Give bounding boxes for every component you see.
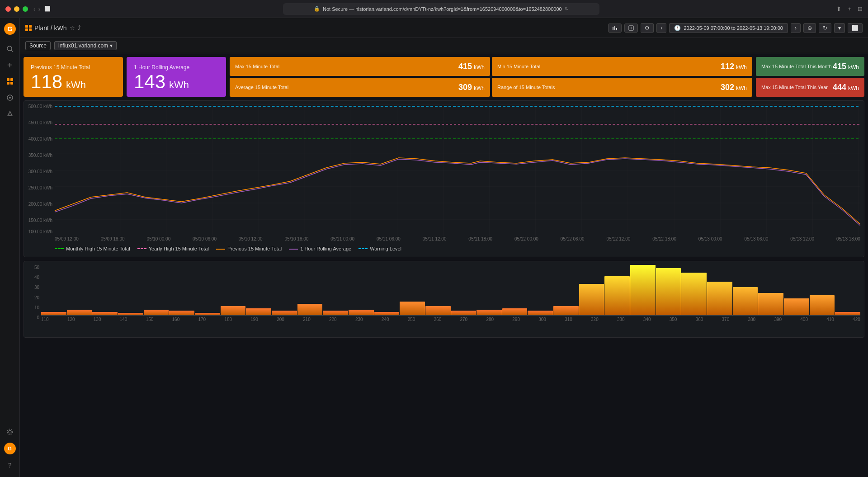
- tv-mode-button[interactable]: ⬜: [848, 23, 863, 33]
- svg-text:300.00 kWh: 300.00 kWh: [28, 169, 52, 174]
- histogram-bar: [246, 308, 271, 315]
- sidebar-item-search[interactable]: [3, 42, 17, 56]
- time-range-text: 2022-05-09 07:00:00 to 2022-05-13 19:00:…: [684, 25, 783, 31]
- svg-rect-20: [616, 28, 617, 30]
- refresh-interval-button[interactable]: ▾: [834, 23, 845, 33]
- breadcrumb-text: Plant / kWh: [34, 24, 67, 32]
- minimize-button[interactable]: [14, 6, 19, 12]
- sidebar-toggle-button[interactable]: ⬜: [44, 5, 51, 13]
- histogram-bar: [144, 310, 169, 315]
- svg-text:350.00 kWh: 350.00 kWh: [28, 153, 52, 158]
- histogram-bar: [656, 268, 681, 315]
- share-dashboard-icon[interactable]: ⤴: [78, 24, 81, 31]
- svg-rect-17: [29, 28, 32, 31]
- svg-text:100.00 kWh: 100.00 kWh: [28, 229, 52, 234]
- sidebar-item-add[interactable]: +: [3, 58, 17, 72]
- avg-15min-card: Average 15 Minute Total 309 kWh: [230, 78, 490, 97]
- histogram-bar: [374, 312, 400, 315]
- source-value: influx01.varland.com: [58, 43, 108, 49]
- histogram-chart: 110 120 130 140 150 160 170 180 190 200 …: [41, 265, 860, 328]
- legend-monthly-high: Monthly High 15 Minute Total: [55, 246, 130, 251]
- max-15min-card: Max 15 Minute Total 415 kWh: [230, 57, 490, 76]
- prev-range-button[interactable]: ‹: [656, 23, 666, 33]
- legend-warning: Warning Level: [359, 246, 401, 251]
- mini-stats-top-row: Max 15 Minute Total 415 kWh Min 15 Minut…: [230, 57, 752, 76]
- histogram-bar: [425, 306, 451, 315]
- sidebar-item-dashboards[interactable]: [3, 74, 17, 89]
- nav-buttons: ‹ ›: [33, 5, 40, 13]
- histogram-bar: [758, 293, 783, 315]
- star-icon[interactable]: ☆: [70, 24, 75, 31]
- histogram-bars: [41, 265, 860, 316]
- histogram-bar: [604, 276, 630, 315]
- grid-icon[interactable]: ⊞: [858, 5, 863, 12]
- source-dropdown[interactable]: influx01.varland.com ▾: [54, 41, 117, 50]
- export-button[interactable]: [624, 24, 638, 33]
- max-15min-unit: kWh: [474, 64, 485, 71]
- svg-rect-18: [613, 27, 613, 30]
- titlebar: ‹ › ⬜ 🔒 Not Secure — historian.varland.c…: [0, 0, 868, 18]
- histogram-area: 50 40 30 20 10 0 110 120 1: [28, 265, 860, 328]
- warning-line-icon: [359, 248, 368, 249]
- rolling-avg-line-icon: [289, 249, 298, 250]
- app: G +: [0, 18, 868, 477]
- svg-rect-7: [10, 82, 13, 85]
- sidebar-item-explore[interactable]: [3, 90, 17, 105]
- maximize-button[interactable]: [23, 6, 28, 12]
- svg-text:450.00 kWh: 450.00 kWh: [28, 120, 52, 125]
- mini-stats-bottom-row: Average 15 Minute Total 309 kWh Range of…: [230, 78, 752, 97]
- settings-button[interactable]: ⚙: [641, 23, 654, 33]
- close-button[interactable]: [5, 6, 11, 12]
- grafana-logo[interactable]: G: [3, 22, 17, 36]
- svg-text:500.00 kWh: 500.00 kWh: [28, 104, 52, 109]
- legend-yearly-high: Yearly High 15 Minute Total: [137, 246, 209, 251]
- x-label-8: 05/11 12:00: [423, 236, 447, 241]
- histogram-bar: [195, 313, 220, 315]
- next-range-button[interactable]: ›: [791, 23, 801, 33]
- user-avatar[interactable]: G: [4, 443, 16, 454]
- x-label-16: 05/13 12:00: [790, 236, 814, 241]
- svg-rect-16: [25, 28, 28, 31]
- x-label-6: 05/11 00:00: [330, 236, 354, 241]
- sidebar-item-settings[interactable]: [3, 425, 17, 439]
- histogram-bar: [476, 310, 502, 315]
- histogram-bar: [272, 311, 297, 315]
- svg-rect-14: [25, 25, 28, 28]
- x-label-4: 05/10 12:00: [239, 236, 263, 241]
- avg-15min-unit: kWh: [474, 85, 485, 91]
- zoom-out-button[interactable]: ⊖: [803, 23, 816, 33]
- url-bar[interactable]: 🔒 Not Secure — historian.varland.com/d/m…: [283, 3, 599, 15]
- forward-button[interactable]: ›: [38, 5, 41, 13]
- range-15min-card: Range of 15 Minute Totals 302 kWh: [492, 78, 752, 97]
- main-content: Plant / kWh ☆ ⤴ ⚙: [20, 18, 868, 477]
- max-this-month-label: Max 15 Minute Total This Month: [761, 64, 832, 69]
- svg-point-11: [9, 115, 10, 116]
- svg-point-9: [9, 97, 11, 99]
- x-label-2: 05/10 00:00: [146, 236, 170, 241]
- x-label-0: 05/09 12:00: [55, 236, 79, 241]
- max-15min-value: 415: [458, 62, 472, 71]
- svg-rect-6: [7, 82, 9, 85]
- sidebar-item-alerts[interactable]: [3, 107, 17, 121]
- legend-rolling-avg-label: 1 Hour Rolling Average: [300, 246, 351, 251]
- add-tab-icon[interactable]: +: [848, 5, 851, 12]
- sidebar-help[interactable]: ?: [3, 458, 17, 472]
- min-15min-card: Min 15 Minute Total 112 kWh: [492, 57, 752, 76]
- source-bar: Source influx01.varland.com ▾: [20, 38, 868, 53]
- chevron-down-icon: ▾: [110, 43, 113, 49]
- histogram-bar: [810, 295, 835, 315]
- refresh-button[interactable]: ↻: [819, 23, 831, 33]
- legend-prev-15min-label: Previous 15 Minute Total: [227, 246, 282, 251]
- histogram-bar: [400, 302, 425, 315]
- export-icon: [628, 25, 634, 31]
- x-label-14: 05/13 00:00: [698, 236, 722, 241]
- rolling-avg-card: 1 Hour Rolling Average 143 kWh: [127, 57, 226, 97]
- add-panel-button[interactable]: [608, 24, 622, 33]
- share-icon[interactable]: ⬆: [836, 5, 841, 12]
- breadcrumb: Plant / kWh ☆ ⤴: [25, 24, 81, 32]
- back-button[interactable]: ‹: [33, 5, 36, 13]
- max-this-month-unit: kWh: [848, 64, 859, 71]
- x-label-7: 05/11 06:00: [377, 236, 401, 241]
- time-range-selector[interactable]: 🕐 2022-05-09 07:00:00 to 2022-05-13 19:0…: [669, 23, 788, 33]
- traffic-lights: [5, 6, 28, 12]
